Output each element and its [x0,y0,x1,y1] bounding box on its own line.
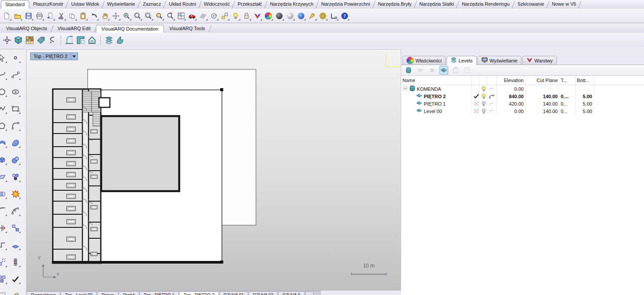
level-visibility-bulb-icon[interactable] [479,85,487,93]
explode-icon[interactable] [10,189,21,199]
menu-tab-ustaw-widok[interactable]: Ustaw Widok [67,0,103,9]
viewport-tab-prz-d[interactable]: Przód [119,292,139,295]
menu-tab-standard[interactable]: Standard [1,0,29,9]
viewports-icon[interactable] [176,10,186,21]
open-file-icon[interactable] [12,10,23,21]
viewport-canvas[interactable]: Top - PIĘTRO 2 10 m y x [26,49,401,291]
export-page-icon[interactable] [45,10,55,21]
panel-tab-warstwy[interactable]: Warstwy [522,56,557,65]
move-tool-icon[interactable] [0,257,7,268]
spheres-icon[interactable] [10,154,21,165]
curve-tool-icon[interactable] [0,69,7,80]
boolean-tool-icon[interactable] [0,189,7,199]
circle-dots-icon[interactable] [10,172,21,182]
current-level-check-icon[interactable] [472,93,479,100]
varq-opening-dim-icon[interactable] [64,35,75,45]
viewport-title[interactable]: Top - PIĘTRO 2 [30,52,78,60]
level-section-icon[interactable] [487,107,497,115]
add-level-icon[interactable] [416,66,425,75]
level-row-level-00[interactable]: Level 000.00140.000...5.00 [401,107,644,115]
menu-tab-widoczno[interactable]: Widoczność [200,0,234,9]
zoom-in-icon[interactable] [121,10,132,21]
level-bottom-cell[interactable]: 5.00 [576,100,594,107]
level-cut_plane-cell[interactable]: 140.00 [525,100,559,107]
zoom-selected-icon[interactable] [154,10,164,21]
panel-tab-w-a-ciwo-ci[interactable]: Właściwości [402,56,446,65]
menu-tab-nowe-w-v5[interactable]: Nowe w V5 [548,0,580,9]
varq-box-icon[interactable] [13,35,24,45]
level-elevation-cell[interactable]: 420.00 [497,100,525,107]
varq-levels-icon[interactable] [104,35,114,45]
viewport-tab-top-pi-tro-2[interactable]: Top - PIĘTRO 2 [179,292,219,295]
print-icon[interactable] [34,10,44,21]
scale-tool-icon[interactable] [0,291,7,295]
zoom-window-icon[interactable] [143,10,153,21]
render-sphere-icon[interactable] [274,10,284,21]
layers-shield-icon[interactable] [252,10,262,21]
level-row-pi-tro-2[interactable]: PIĘTRO 2840.00140.000....5.00 [401,93,644,100]
level-row-pi-tro-1[interactable]: PIĘTRO 1420.00140.000...5.00 [401,100,644,107]
menu-tab-narz-dzia-bry-y[interactable]: Narzędzia Bryły [374,0,416,9]
viewport-tab-perspektywa[interactable]: Perspektywa [27,292,60,295]
level-cut_plane-cell[interactable]: 140.00 [525,107,559,115]
level-section-icon[interactable] [487,93,497,100]
copy-icon[interactable] [67,10,77,21]
tree-expand-icon[interactable] [403,86,408,92]
delete-x-icon[interactable] [428,66,436,75]
level-t-cell[interactable] [559,85,576,93]
cut-icon[interactable] [56,10,66,21]
menu-tab-przekszta[interactable]: Przekształć [234,0,266,9]
level-row-komenda[interactable]: KOMENDA0.00 [401,85,644,93]
level-bottom-cell[interactable]: 5.00 [576,93,594,100]
level-t-cell[interactable]: 0.... [559,93,576,100]
varq-tag-icon[interactable] [36,35,46,45]
level-t-cell[interactable]: 0... [559,100,576,107]
group-tool-icon[interactable] [0,274,7,285]
current-level-cell[interactable] [472,85,479,93]
lock-icon[interactable] [241,10,252,21]
menu-tab-uk-ad-rzutni[interactable]: Układ Rzutni [165,0,200,9]
level-visibility-bulb-icon[interactable] [479,107,487,115]
join-tool-icon[interactable] [0,240,7,250]
menu-tab-narz-dzia-krzywych[interactable]: Narzędzia Krzywych [266,0,317,9]
level-cut_plane-cell[interactable]: 140.00 [525,93,559,100]
color-wheel-icon[interactable] [263,10,273,21]
rotate-view-icon[interactable] [110,10,121,21]
annotate-flag-icon[interactable] [307,10,317,21]
varq-curtain-icon[interactable] [115,35,126,45]
paste-icon[interactable] [78,10,88,21]
ellipse-icon[interactable] [10,86,21,97]
level-bottom-cell[interactable]: 5.00 [576,107,594,115]
varq-tab-visualarq-tools[interactable]: VisualARQ Tools [164,24,210,33]
box-tool-icon[interactable] [0,154,7,165]
cplane-icon[interactable] [198,10,208,21]
varq-grid-icon[interactable] [24,35,35,45]
walkabout-car-icon[interactable] [187,10,197,21]
undo-icon[interactable] [89,10,99,21]
options-gear-icon[interactable] [317,10,328,21]
help-icon[interactable]: ? [339,10,350,21]
menu-tab-zaznacz[interactable]: Zaznacz [139,0,165,9]
red-stack-icon[interactable] [10,257,21,268]
osnap-icon[interactable] [219,10,230,21]
tab-scroll-button[interactable] [305,292,313,295]
platform-steam-icon[interactable] [10,240,21,250]
copy-squares-icon[interactable] [10,223,21,233]
plane-tool-icon[interactable] [0,172,7,182]
select-dashed-icon[interactable] [463,66,472,75]
loft-surface-icon[interactable] [0,137,7,148]
control-curve-icon[interactable] [10,69,21,80]
level-t-cell[interactable]: 0... [559,107,576,115]
polygon-tool-icon[interactable] [0,120,7,131]
pan-hand-icon[interactable] [99,10,110,21]
viewport-tab-rzuva-01[interactable]: RZUVA 01 [219,292,249,295]
check-tool-icon[interactable] [10,274,21,285]
varq-tab-visualarq-objects[interactable]: VisualARQ Objects [1,24,52,33]
surface-patch-icon[interactable] [10,137,21,148]
level-elevation-cell[interactable]: 0.00 [497,85,525,93]
menu-tab-p-aszczkonstr[interactable]: PłaszczKonstr [29,0,68,9]
building-levels-icon[interactable] [404,66,413,75]
varq-elevation-icon[interactable] [87,35,97,45]
clipboard-small-icon[interactable] [451,66,460,75]
rendered-sphere-icon[interactable] [296,10,306,21]
